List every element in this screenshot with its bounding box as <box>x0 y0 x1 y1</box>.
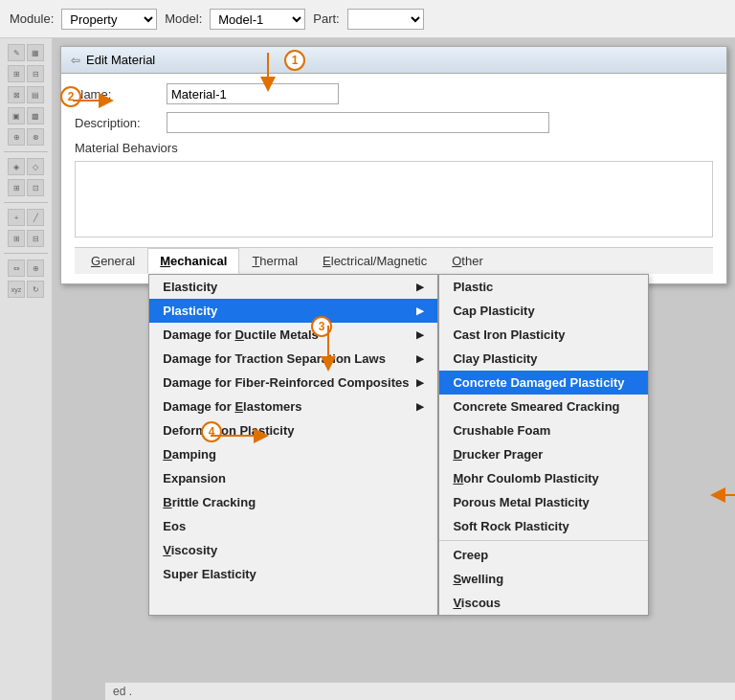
menu-item-brittle[interactable]: Brittle Cracking <box>149 490 437 514</box>
sidebar-row-6: ◈ ◇ <box>8 158 44 175</box>
submenu-drucker[interactable]: Drucker Prager <box>439 442 648 466</box>
submenu-creep[interactable]: Creep <box>439 543 648 567</box>
menu-item-super[interactable]: Super Elasticity <box>149 562 437 586</box>
sidebar-row-4: ▣ ▩ <box>8 107 44 124</box>
description-row: Description: <box>75 112 713 133</box>
sidebar-icon-xyz[interactable]: xyz <box>8 281 25 298</box>
description-input[interactable] <box>167 112 549 133</box>
sidebar-icon-ref[interactable]: ◈ <box>8 158 25 175</box>
sidebar-row-10: ⇔ ⊕ <box>8 260 44 277</box>
sidebar-icon-grid2[interactable]: ⊟ <box>27 230 44 247</box>
tab-other-label: Other <box>452 254 483 268</box>
sidebar-divider-3 <box>4 253 48 254</box>
sidebar-icon-arrow[interactable]: ⇔ <box>8 260 25 277</box>
sidebar-row-2: ⊞ ⊟ <box>8 65 44 82</box>
model-select[interactable]: Model-1 <box>210 9 305 30</box>
menu-item-damage-traction[interactable]: Damage for Traction Separation Laws ▶ <box>149 347 437 371</box>
menu-item-damping[interactable]: Damping <box>149 442 437 466</box>
sidebar-icon-line[interactable]: ╱ <box>27 209 44 226</box>
name-row: Name: <box>75 83 713 104</box>
sidebar-icon-region2[interactable]: ▩ <box>27 107 44 124</box>
tab-electrical-label: Electrical/Magnetic <box>323 254 427 268</box>
mechanical-dropdown: Elasticity ▶ Plasticity ▶ Damage for Duc… <box>148 274 649 616</box>
tab-thermal-label: Thermal <box>252 254 298 268</box>
submenu-swelling[interactable]: Swelling <box>439 567 648 591</box>
submenu-soft-rock[interactable]: Soft Rock Plasticity <box>439 514 648 538</box>
sidebar-icon-section[interactable]: ⊞ <box>8 65 25 82</box>
sidebar-row-3: ⊠ ▤ <box>8 86 44 103</box>
menu-item-plasticity[interactable]: Plasticity ▶ <box>149 299 437 323</box>
sidebar-divider-1 <box>4 151 48 152</box>
dialog-title: Edit Material <box>86 53 155 67</box>
sidebar-icon-mesh[interactable]: ⊞ <box>8 179 25 196</box>
sidebar-icon-ref2[interactable]: ◇ <box>27 158 44 175</box>
part-select[interactable] <box>347 9 424 30</box>
tab-general-label: General <box>91 254 135 268</box>
sidebar-icon-profile[interactable]: ⊕ <box>8 128 25 146</box>
main-layout: ✎ ▦ ⊞ ⊟ ⊠ ▤ ▣ ▩ ⊕ ⊗ ◈ ◇ ⊞ ⊡ + <box>0 38 735 700</box>
left-sidebar: ✎ ▦ ⊞ ⊟ ⊠ ▤ ▣ ▩ ⊕ ⊗ ◈ ◇ ⊞ ⊡ + <box>0 38 53 700</box>
tab-mechanical[interactable]: Mechanical Elasticity ▶ Plasticity <box>147 248 239 274</box>
submenu-cast-iron[interactable]: Cast Iron Plasticity <box>439 323 648 347</box>
sidebar-icon-region[interactable]: ▣ <box>8 107 25 124</box>
sidebar-icon-assign2[interactable]: ▤ <box>27 86 44 103</box>
sidebar-icon-rotate[interactable]: ↻ <box>27 281 44 298</box>
sidebar-icon-mesh2[interactable]: ⊡ <box>27 179 44 196</box>
module-select[interactable]: Property <box>61 9 157 30</box>
content-area: ⇦ Edit Material Name: Description: Mater… <box>53 38 735 700</box>
sidebar-icon-node[interactable]: ⊕ <box>27 260 44 277</box>
sidebar-icon-profile2[interactable]: ⊗ <box>27 128 44 146</box>
arrow-5 <box>708 485 735 505</box>
sidebar-icon-edit[interactable]: ✎ <box>8 44 25 61</box>
submenu-divider <box>439 540 648 541</box>
sidebar-row-9: ⊞ ⊟ <box>8 230 44 247</box>
submenu-clay[interactable]: Clay Plasticity <box>439 347 648 371</box>
dialog-icon: ⇦ <box>71 54 80 67</box>
tab-thermal[interactable]: Thermal <box>239 248 310 274</box>
menu-bar: General Mechanical Elasticity ▶ <box>75 247 713 274</box>
description-label: Description: <box>75 116 161 130</box>
submenu-porous[interactable]: Porous Metal Plasticity <box>439 490 648 514</box>
sidebar-icon-material[interactable]: ▦ <box>27 44 44 61</box>
sidebar-row-8: + ╱ <box>8 209 44 226</box>
menu-item-deformation[interactable]: Deformation Plasticity <box>149 418 437 442</box>
submenu-concrete-smeared[interactable]: Concrete Smeared Cracking <box>439 395 648 418</box>
dialog-body: Name: Description: Material Behaviors Ge… <box>61 74 726 283</box>
tab-electrical[interactable]: Electrical/Magnetic <box>310 248 439 274</box>
tab-other[interactable]: Other <box>439 248 496 274</box>
menu-item-damage-elast[interactable]: Damage for Elastomers ▶ <box>149 395 437 418</box>
menu-item-elasticity[interactable]: Elasticity ▶ <box>149 275 437 299</box>
top-toolbar: Module: Property Model: Model-1 Part: <box>0 0 735 38</box>
behaviors-box <box>75 161 713 237</box>
sidebar-icon-plus[interactable]: + <box>8 209 25 226</box>
submenu-plastic[interactable]: Plastic <box>439 275 648 299</box>
submenu-cap[interactable]: Cap Plasticity <box>439 299 648 323</box>
menu-item-viscosity[interactable]: Viscosity <box>149 538 437 562</box>
plasticity-submenu: Plastic Cap Plasticity Cast Iron Plastic… <box>438 274 649 616</box>
sidebar-icon-grid[interactable]: ⊞ <box>8 230 25 247</box>
sidebar-row-7: ⊞ ⊡ <box>8 179 44 196</box>
sidebar-row-5: ⊕ ⊗ <box>8 128 44 146</box>
part-label: Part: <box>313 11 339 26</box>
model-label: Model: <box>165 11 202 26</box>
submenu-concrete-damaged[interactable]: Concrete Damaged Plasticity <box>439 371 648 395</box>
module-label: Module: <box>10 11 54 26</box>
menu-item-eos[interactable]: Eos <box>149 514 437 538</box>
menu-item-expansion[interactable]: Expansion <box>149 466 437 490</box>
name-label: Name: <box>75 87 161 102</box>
submenu-mohr[interactable]: Mohr Coulomb Plasticity <box>439 466 648 490</box>
dialog-titlebar: ⇦ Edit Material <box>61 47 726 74</box>
name-input[interactable] <box>167 83 339 104</box>
tab-general[interactable]: General <box>78 248 147 274</box>
status-bar: ed . <box>105 682 735 700</box>
sidebar-row-11: xyz ↻ <box>8 281 44 298</box>
tab-mechanical-label: Mechanical <box>160 254 227 268</box>
sidebar-icon-assign[interactable]: ⊠ <box>8 86 25 103</box>
status-text: ed . <box>113 685 132 698</box>
submenu-crushable[interactable]: Crushable Foam <box>439 418 648 442</box>
submenu-viscous[interactable]: Viscous <box>439 591 648 615</box>
sidebar-row-1: ✎ ▦ <box>8 44 44 61</box>
sidebar-icon-section2[interactable]: ⊟ <box>27 65 44 82</box>
menu-item-damage-fiber[interactable]: Damage for Fiber-Reinforced Composites ▶ <box>149 371 437 395</box>
menu-item-damage-ductile[interactable]: Damage for Ductile Metals ▶ <box>149 323 437 347</box>
